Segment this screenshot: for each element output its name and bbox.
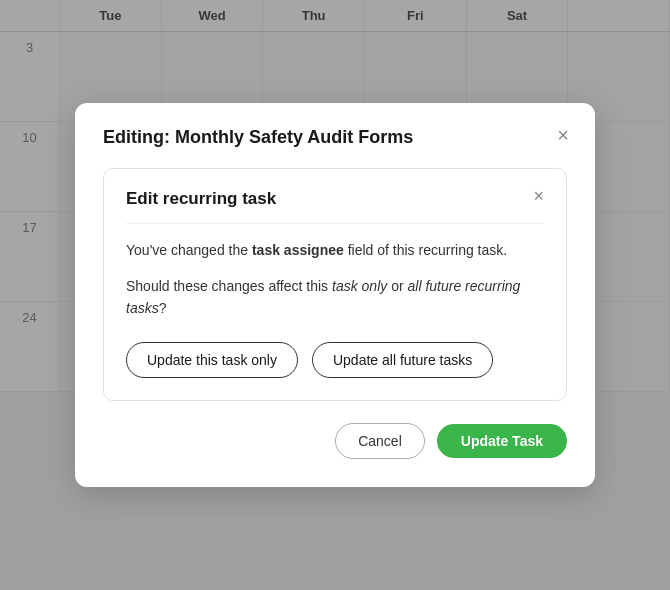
cancel-button[interactable]: Cancel [335, 423, 425, 459]
paragraph1-prefix: You've changed the [126, 242, 252, 258]
modal-overlay: Editing: Monthly Safety Audit Forms × Ed… [0, 0, 670, 590]
paragraph2-italic1: task only [332, 278, 387, 294]
paragraph1-bold: task assignee [252, 242, 344, 258]
outer-close-button[interactable]: × [553, 123, 573, 147]
inner-close-button[interactable]: × [529, 185, 548, 207]
paragraph1-suffix: field of this recurring task. [344, 242, 507, 258]
paragraph2-prefix: Should these changes affect this [126, 278, 332, 294]
update-all-future-tasks-button[interactable]: Update all future tasks [312, 342, 493, 378]
update-task-button[interactable]: Update Task [437, 424, 567, 458]
outer-modal: Editing: Monthly Safety Audit Forms × Ed… [75, 103, 595, 486]
outer-modal-title: Editing: Monthly Safety Audit Forms [103, 127, 567, 148]
inner-modal-title: Edit recurring task [126, 189, 544, 224]
inner-modal-body: You've changed the task assignee field o… [126, 240, 544, 319]
inner-modal: Edit recurring task × You've changed the… [103, 168, 567, 400]
inner-modal-actions: Update this task only Update all future … [126, 342, 544, 378]
inner-paragraph-2: Should these changes affect this task on… [126, 276, 544, 319]
paragraph2-middle: or [387, 278, 407, 294]
update-task-only-button[interactable]: Update this task only [126, 342, 298, 378]
paragraph2-suffix: ? [159, 300, 167, 316]
inner-paragraph-1: You've changed the task assignee field o… [126, 240, 544, 262]
outer-modal-footer: Cancel Update Task [103, 423, 567, 459]
